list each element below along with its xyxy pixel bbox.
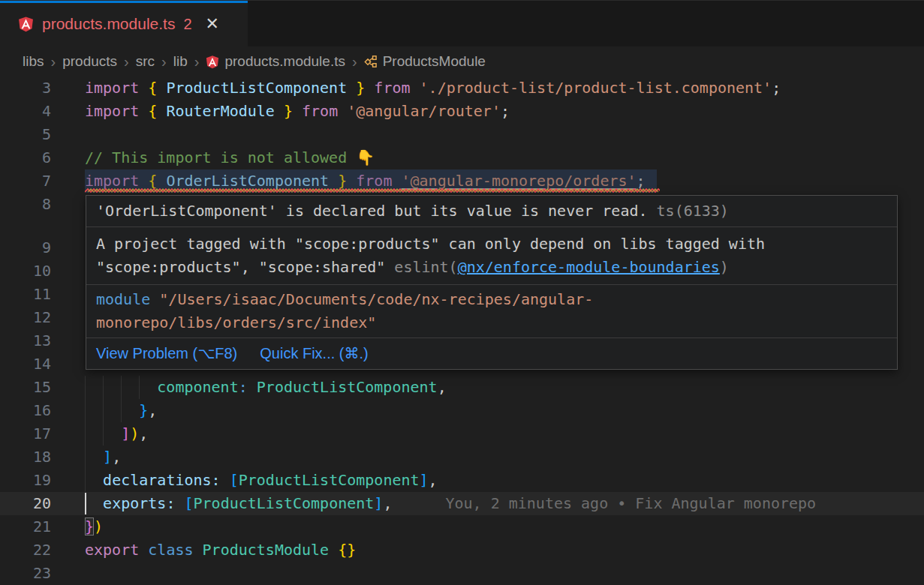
breadcrumb-item-products-module-ts[interactable]: products.module.ts <box>206 53 345 70</box>
diagnostic-message-ts: 'OrderListComponent' is declared but its… <box>96 202 648 220</box>
breadcrumb-item-lib[interactable]: lib <box>173 53 188 70</box>
hover-module-info: module "/Users/isaac/Documents/code/nx-r… <box>86 284 897 338</box>
line-number-19[interactable]: 19 <box>0 469 51 492</box>
breadcrumb-item-src[interactable]: src <box>136 53 155 70</box>
code-line-16[interactable]: 16 }, <box>0 399 924 422</box>
line-number-6[interactable]: 6 <box>0 146 51 170</box>
angular-icon <box>18 16 34 32</box>
line-number-13[interactable]: 13 <box>0 329 51 352</box>
line-number-20[interactable]: 20 <box>0 492 51 515</box>
line-number-9[interactable]: 9 <box>0 236 51 260</box>
breadcrumb-item-products[interactable]: products <box>62 53 117 70</box>
code-line-18[interactable]: 18 ], <box>0 446 924 469</box>
hover-diagnostic-ts: 'OrderListComponent' is declared but its… <box>86 196 897 226</box>
breadcrumb-separator: › <box>51 53 56 70</box>
code-line-6[interactable]: 6// This import is not allowed 👇 <box>0 146 924 170</box>
tab-bar: products.module.ts 2 ✕ <box>0 0 924 46</box>
breadcrumb-separator: › <box>124 53 129 70</box>
code-line-17[interactable]: 17 ]), <box>0 422 924 446</box>
code-line-15[interactable]: 15 component: ProductListComponent, <box>0 376 924 399</box>
line-number-23[interactable]: 23 <box>0 562 51 585</box>
eslint-message-line2: "scope:products", "scope:shared" <box>96 258 385 276</box>
breadcrumb-separator: › <box>194 53 200 70</box>
eslint-message-line1: A project tagged with "scope:products" c… <box>96 232 887 256</box>
close-icon[interactable]: ✕ <box>206 16 219 32</box>
line-number-3[interactable]: 3 <box>0 76 51 100</box>
module-path-line1: "/Users/isaac/Documents/code/nx-recipes/… <box>159 290 593 308</box>
line-number-11[interactable]: 11 <box>0 283 51 306</box>
quick-fix-link[interactable]: Quick Fix... (⌘.) <box>260 342 368 365</box>
active-tab-indicator <box>0 1 248 3</box>
code-line-22[interactable]: 22export class ProductsModule {} <box>0 538 924 562</box>
breadcrumb-separator: › <box>352 53 357 70</box>
line-number-5[interactable]: 5 <box>0 123 51 146</box>
tab-problem-count: 2 <box>183 16 191 33</box>
line-number-12[interactable]: 12 <box>0 306 51 329</box>
breadcrumb-item-libs[interactable]: libs <box>23 53 44 70</box>
code-line-4[interactable]: 4import { RouterModule } from '@angular/… <box>0 100 924 123</box>
code-line-23[interactable]: 23 <box>0 562 924 585</box>
breadcrumb: libs›products›src›lib›products.module.ts… <box>0 46 924 76</box>
code-line-3[interactable]: 3import { ProductListComponent } from '.… <box>0 76 924 100</box>
line-number-8[interactable]: 8 <box>0 193 51 236</box>
code-line-19[interactable]: 19 declarations: [ProductListComponent], <box>0 469 924 492</box>
line-number-16[interactable]: 16 <box>0 399 51 422</box>
code-line-7[interactable]: 7import { OrderListComponent } from '@an… <box>0 170 924 193</box>
eslint-source-prefix: eslint( <box>394 258 457 276</box>
breadcrumb-item-productsmodule[interactable]: ProductsModule <box>364 53 486 70</box>
line-number-4[interactable]: 4 <box>0 100 51 123</box>
hover-diagnostic-eslint: A project tagged with "scope:products" c… <box>86 226 897 284</box>
eslint-source-suffix: ) <box>720 258 729 276</box>
line-number-7[interactable]: 7 <box>0 170 51 193</box>
line-number-18[interactable]: 18 <box>0 446 51 469</box>
module-path-line2: monorepo/libs/orders/src/index" <box>96 314 376 332</box>
text-cursor <box>85 493 86 514</box>
diagnostic-code-ts: ts(6133) <box>657 202 729 220</box>
line-number-21[interactable]: 21 <box>0 515 51 538</box>
line-number-15[interactable]: 15 <box>0 376 51 399</box>
angular-icon <box>206 55 219 69</box>
git-blame-annotation: You, 2 minutes ago • Fix Angular monorep… <box>445 494 816 512</box>
breadcrumb-separator: › <box>161 53 167 70</box>
code-line-5[interactable]: 5 <box>0 123 924 146</box>
tab-title: products.module.ts <box>42 15 175 33</box>
code-line-20[interactable]: 20 exports: [ProductListComponent],You, … <box>0 492 924 515</box>
view-problem-link[interactable]: View Problem (⌥F8) <box>96 342 237 365</box>
line-number-14[interactable]: 14 <box>0 352 51 376</box>
problem-hover-popup: 'OrderListComponent' is declared but its… <box>86 195 898 370</box>
line-number-10[interactable]: 10 <box>0 260 51 283</box>
tab-products-module[interactable]: products.module.ts 2 ✕ <box>0 1 248 47</box>
class-symbol-icon <box>364 55 378 68</box>
error-squiggle-icon <box>85 188 660 194</box>
module-keyword: module <box>96 290 150 308</box>
hover-status-bar: View Problem (⌥F8) Quick Fix... (⌘.) <box>86 338 897 369</box>
line-number-22[interactable]: 22 <box>0 538 51 562</box>
eslint-rule-link[interactable]: @nx/enforce-module-boundaries <box>458 258 720 276</box>
vscode-window: products.module.ts 2 ✕ libs›products›src… <box>0 0 924 585</box>
line-number-17[interactable]: 17 <box>0 422 51 446</box>
code-line-21[interactable]: 21}) <box>0 515 924 538</box>
